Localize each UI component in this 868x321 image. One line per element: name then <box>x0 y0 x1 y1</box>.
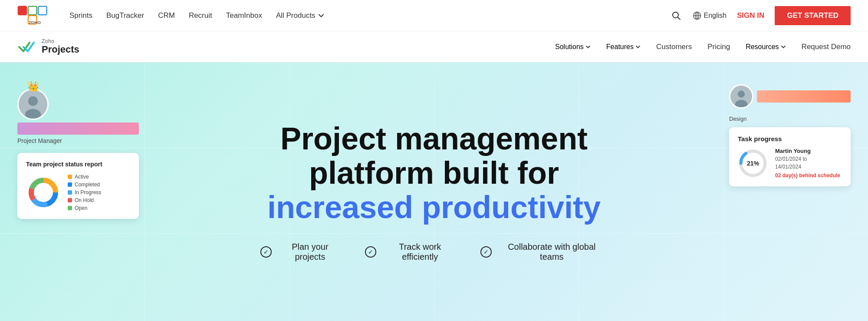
get-started-button[interactable]: GET STARTED <box>775 6 851 25</box>
hero-title-line2: platform built for <box>309 156 559 190</box>
hero-feature-plan-label: Plan your projects <box>276 242 344 262</box>
design-bar <box>757 90 851 103</box>
legend-open: Open <box>68 205 101 211</box>
hero-feature-plan: ✓ Plan your projects <box>260 242 344 262</box>
task-date-to: 14/01/2024 <box>775 164 801 170</box>
hero-title: Project management platform built for in… <box>260 122 608 225</box>
hero-feature-collaborate: ✓ Collaborate with global teams <box>480 242 608 262</box>
hero-features: ✓ Plan your projects ✓ Track work effici… <box>260 242 608 262</box>
nav-recruit[interactable]: Recruit <box>189 11 212 20</box>
legend-inprogress: In Progress <box>68 189 101 195</box>
svg-rect-3 <box>38 7 47 15</box>
status-report-card: Team project status report <box>17 153 139 219</box>
donut-chart <box>26 175 61 210</box>
check-circle-plan: ✓ <box>260 246 272 258</box>
zoho-brand-label: Zoho <box>42 38 79 44</box>
task-behind-schedule: 02 day(s) behind schedule <box>775 172 842 179</box>
hero-section: 👑 Project Manager Team project status re… <box>0 63 868 321</box>
pm-avatar-area: 👑 <box>17 89 49 120</box>
svg-point-23 <box>738 91 745 98</box>
legend-dot-inprogress <box>68 190 72 195</box>
design-label: Design <box>729 116 851 122</box>
legend-dot-completed <box>68 182 72 187</box>
chevron-down-icon <box>318 13 324 19</box>
resources-label: Resources <box>746 43 779 51</box>
nav-bugtracker[interactable]: BugTracker <box>106 11 144 20</box>
task-progress-body: 21% Martin Young 02/01/2024 to 14/01/202… <box>738 148 842 179</box>
search-button[interactable] <box>670 10 682 22</box>
nav-features[interactable]: Features <box>606 43 641 51</box>
svg-text:ZOHO: ZOHO <box>29 20 41 25</box>
svg-point-13 <box>28 96 38 106</box>
hero-title-accent: increased productivity <box>267 190 601 225</box>
design-avatar-image <box>730 86 752 107</box>
hero-content: Project management platform built for in… <box>260 122 608 262</box>
nav-teaminbox[interactable]: TeamInbox <box>226 11 262 20</box>
task-person-name: Martin Young <box>775 148 842 154</box>
projects-brand-label: Projects <box>42 44 79 55</box>
design-avatar <box>729 84 753 109</box>
svg-rect-5 <box>18 7 27 15</box>
projects-logo[interactable]: Zoho Projects <box>17 37 79 56</box>
all-products-dropdown[interactable]: All Products <box>276 11 324 20</box>
svg-point-21 <box>35 184 52 201</box>
all-products-label: All Products <box>276 11 316 20</box>
progress-circle: 21% <box>738 148 768 179</box>
features-chevron-icon <box>635 44 641 50</box>
projects-brand: Zoho Projects <box>42 38 79 55</box>
chart-legend: Active Completed In Progress On Hold <box>68 174 101 211</box>
top-nav-links: Sprints BugTracker CRM Recruit TeamInbox… <box>69 11 670 20</box>
svg-rect-2 <box>28 7 37 15</box>
nav-sprints[interactable]: Sprints <box>69 11 92 20</box>
pm-avatar-image <box>19 90 47 119</box>
solutions-chevron-icon <box>585 44 591 50</box>
check-circle-track: ✓ <box>365 246 376 258</box>
nav-solutions[interactable]: Solutions <box>555 43 591 51</box>
hero-title-line1: Project management <box>280 121 588 156</box>
legend-dot-open <box>68 206 72 210</box>
pm-label: Project Manager <box>17 137 62 144</box>
language-selector[interactable]: English <box>693 11 727 20</box>
sign-in-button[interactable]: SIGN IN <box>737 11 764 20</box>
legend-label-inprogress: In Progress <box>75 189 101 195</box>
pm-avatar <box>17 89 49 120</box>
design-card <box>729 84 851 109</box>
project-manager-card: 👑 Project Manager <box>17 89 143 144</box>
secondary-navigation: Zoho Projects Solutions Features Custome… <box>0 31 868 63</box>
task-info: Martin Young 02/01/2024 to 14/01/2024 02… <box>775 148 842 179</box>
nav-crm[interactable]: CRM <box>158 11 175 20</box>
top-navigation: ZOHO Sprints BugTracker CRM Recruit Team… <box>0 0 868 31</box>
hero-feature-track: ✓ Track work efficiently <box>365 242 460 262</box>
hero-feature-track-label: Track work efficiently <box>381 242 460 262</box>
resources-chevron-icon <box>781 44 786 50</box>
request-demo-button[interactable]: Request Demo <box>802 43 851 51</box>
search-icon <box>671 11 681 20</box>
projects-logo-icon <box>17 37 36 56</box>
nav-resources[interactable]: Resources <box>746 43 786 51</box>
solutions-label: Solutions <box>555 43 584 51</box>
status-report-body: Active Completed In Progress On Hold <box>26 174 130 211</box>
legend-label-completed: Completed <box>75 182 100 188</box>
legend-dot-active <box>68 175 72 179</box>
legend-label-active: Active <box>75 174 89 180</box>
top-nav-right: English SIGN IN GET STARTED <box>670 6 851 25</box>
legend-active: Active <box>68 174 101 180</box>
status-report-title: Team project status report <box>26 161 130 168</box>
legend-dot-onhold <box>68 198 72 202</box>
check-circle-collaborate: ✓ <box>480 246 492 258</box>
task-progress-card: Task progress 21% Martin Young 02/01/202… <box>729 127 851 186</box>
left-widget: 👑 Project Manager Team project status re… <box>17 89 143 219</box>
legend-onhold: On Hold <box>68 197 101 203</box>
nav-customers[interactable]: Customers <box>656 43 692 51</box>
task-date-from: 02/01/2024 to <box>775 156 807 162</box>
zoho-logo[interactable]: ZOHO <box>17 3 52 27</box>
task-dates: 02/01/2024 to 14/01/2024 <box>775 155 842 171</box>
right-widgets: Design Task progress 21% Martin Young 02… <box>712 84 851 186</box>
secondary-nav-links: Solutions Features Customers Pricing Res… <box>555 43 851 51</box>
task-progress-title: Task progress <box>738 135 842 142</box>
legend-completed: Completed <box>68 182 101 188</box>
globe-icon <box>693 11 701 20</box>
legend-label-onhold: On Hold <box>75 197 94 203</box>
progress-percentage: 21% <box>747 160 759 167</box>
nav-pricing[interactable]: Pricing <box>707 43 730 51</box>
